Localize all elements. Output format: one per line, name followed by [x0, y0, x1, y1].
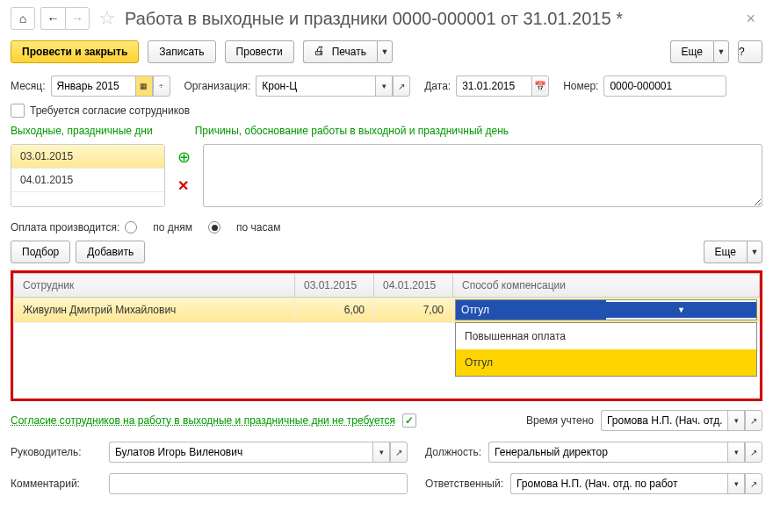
month-input[interactable] — [51, 75, 135, 97]
col-date1[interactable]: 03.01.2015 — [295, 274, 374, 298]
table-more-button[interactable]: Еще — [704, 241, 747, 263]
help-button[interactable]: ? — [738, 40, 762, 63]
post-button[interactable]: Провести — [225, 40, 294, 63]
number-input[interactable] — [603, 75, 726, 97]
home-button[interactable]: ⌂ — [11, 7, 35, 30]
add-button[interactable]: Добавить — [76, 241, 145, 263]
org-dropdown-arrow[interactable]: ▾ — [375, 75, 393, 97]
reasons-label: Причины, обоснование работы в выходной и… — [195, 125, 509, 137]
favorite-star-icon[interactable]: ☆ — [98, 7, 116, 30]
payment-label: Оплата производится: — [11, 221, 119, 234]
back-button[interactable]: ← — [40, 7, 65, 30]
add-date-icon[interactable]: ⊕ — [177, 147, 191, 167]
comment-label: Комментарий: — [11, 478, 102, 490]
time-dropdown-arrow[interactable]: ▾ — [727, 410, 745, 431]
holiday-dates-list[interactable]: 03.01.2015 04.01.2015 — [11, 144, 165, 207]
compensation-dropdown-list: Повышенная оплата Отгул — [455, 322, 757, 377]
responsible-label: Ответственный: — [425, 478, 503, 490]
printer-icon — [314, 47, 327, 57]
reasons-textarea[interactable] — [203, 144, 762, 207]
save-button[interactable]: Записать — [148, 40, 215, 63]
col-compensation[interactable]: Способ компенсации — [453, 274, 760, 298]
org-label: Организация: — [184, 80, 251, 92]
manager-label: Руководитель: — [11, 446, 102, 458]
number-label: Номер: — [563, 80, 598, 92]
print-dropdown-arrow[interactable]: ▼ — [377, 40, 393, 63]
by-hours-radio[interactable] — [208, 221, 220, 234]
dropdown-option[interactable]: Повышенная оплата — [456, 323, 756, 349]
position-dropdown-arrow[interactable]: ▾ — [727, 442, 745, 463]
time-label: Время учтено — [526, 414, 594, 427]
select-button[interactable]: Подбор — [11, 241, 70, 263]
print-button[interactable]: Печать — [303, 40, 377, 63]
consent-ok-checkbox[interactable]: ✓ — [402, 413, 416, 428]
date-row[interactable]: 03.01.2015 — [11, 145, 164, 169]
cell-compensation[interactable]: Отгул ▼ Повышенная оплата Отгул — [453, 298, 760, 323]
table-more-arrow[interactable]: ▼ — [747, 241, 762, 263]
org-input[interactable] — [256, 75, 375, 97]
date-label: Дата: — [424, 80, 451, 92]
col-employee[interactable]: Сотрудник — [14, 274, 295, 298]
by-hours-label: по часам — [236, 221, 280, 234]
cell-employee[interactable]: Живулин Дмитрий Михайлович — [14, 298, 295, 323]
responsible-open-icon[interactable]: ↗ — [745, 473, 762, 494]
page-title: Работа в выходные и праздники 0000-00000… — [125, 9, 733, 29]
more-dropdown-arrow[interactable]: ▼ — [713, 40, 729, 63]
position-label: Должность: — [425, 446, 481, 458]
org-open-icon[interactable]: ↗ — [393, 75, 410, 97]
by-days-label: по дням — [153, 221, 192, 234]
manager-open-icon[interactable]: ↗ — [390, 442, 408, 463]
responsible-dropdown-arrow[interactable]: ▾ — [727, 473, 745, 494]
post-and-close-button[interactable]: Провести и закрыть — [11, 40, 139, 63]
by-days-radio[interactable] — [125, 221, 137, 234]
calendar-icon[interactable]: 📅 — [531, 75, 549, 97]
consent-link[interactable]: Согласие сотрудников на работу в выходны… — [11, 414, 395, 427]
month-picker-icon[interactable]: ▦ — [135, 75, 153, 97]
more-button[interactable]: Еще — [670, 40, 713, 63]
month-label: Месяц: — [11, 80, 46, 92]
close-icon[interactable]: × — [739, 10, 762, 28]
compensation-value[interactable]: Отгул — [456, 300, 606, 320]
date-row[interactable]: 04.01.2015 — [11, 169, 164, 192]
time-open-icon[interactable]: ↗ — [745, 410, 762, 431]
holidays-label: Выходные, праздничные дни — [11, 125, 153, 137]
employees-table: Сотрудник 03.01.2015 04.01.2015 Способ к… — [13, 273, 760, 399]
month-spinner-icon[interactable]: ÷ — [153, 75, 170, 97]
col-date2[interactable]: 04.01.2015 — [374, 274, 453, 298]
manager-dropdown-arrow[interactable]: ▾ — [372, 442, 390, 463]
dropdown-option[interactable]: Отгул — [456, 349, 756, 376]
forward-button: → — [65, 7, 90, 30]
manager-input[interactable] — [109, 442, 372, 463]
table-row[interactable]: Живулин Дмитрий Михайлович 6,00 7,00 Отг… — [14, 298, 760, 323]
date-input[interactable] — [456, 75, 531, 97]
cell-d2[interactable]: 7,00 — [374, 298, 453, 323]
comment-input[interactable] — [109, 473, 408, 494]
cell-d1[interactable]: 6,00 — [295, 298, 374, 323]
consent-checkbox[interactable] — [11, 104, 25, 118]
responsible-input[interactable] — [510, 473, 727, 494]
consent-label: Требуется согласие сотрудников — [30, 104, 190, 117]
time-accounted-input[interactable] — [601, 410, 727, 431]
delete-date-icon[interactable]: ✕ — [177, 177, 191, 194]
position-open-icon[interactable]: ↗ — [745, 442, 762, 463]
compensation-dropdown-arrow[interactable]: ▼ — [606, 302, 756, 318]
position-input[interactable] — [488, 442, 727, 463]
